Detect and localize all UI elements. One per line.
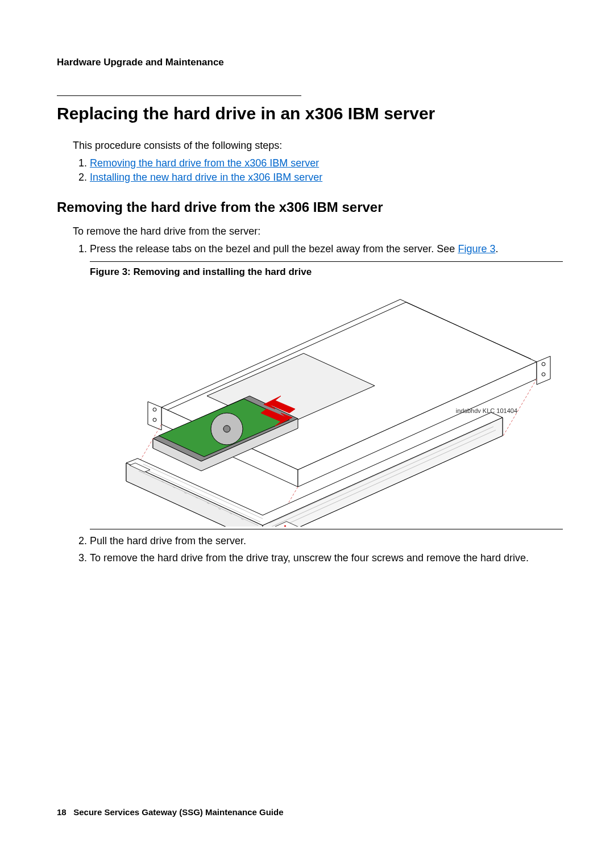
link-installing-hard-drive[interactable]: Installing the new hard drive in the x30… [90, 172, 322, 183]
procedure-steps-list: Removing the hard drive from the x306 IB… [90, 157, 563, 183]
svg-marker-26 [126, 463, 263, 527]
step1-suffix: . [495, 243, 498, 254]
figure-bottom-rule [90, 529, 563, 529]
svg-marker-8 [537, 356, 550, 385]
procedure-step-2: Pull the hard drive from the server. [90, 534, 563, 548]
intro-text: This procedure consists of the following… [73, 140, 563, 152]
svg-marker-5 [148, 402, 161, 430]
section-lead: To remove the hard drive from the server… [73, 226, 563, 237]
figure-top-rule [90, 261, 563, 262]
svg-point-9 [542, 362, 545, 366]
page-footer: 18 Secure Services Gateway (SSG) Mainten… [57, 807, 284, 817]
svg-point-7 [153, 418, 156, 422]
step1-text: Press the release tabs on the bezel and … [90, 243, 458, 254]
step-link-item: Installing the new hard drive in the x30… [90, 172, 563, 183]
figure-image: indsbhdv KLC 101404 [90, 282, 563, 527]
server-diagram [90, 282, 563, 527]
section-heading: Removing the hard drive from the x306 IB… [57, 199, 563, 215]
svg-point-15 [223, 425, 230, 432]
figure-caption: Figure 3: Removing and installing the ha… [90, 266, 563, 278]
running-header: Hardware Upgrade and Maintenance [57, 57, 563, 68]
procedure-step-1: Press the release tabs on the bezel and … [90, 242, 563, 256]
step-link-item: Removing the hard drive from the x306 IB… [90, 157, 563, 169]
remove-procedure-list: Press the release tabs on the bezel and … [90, 242, 563, 256]
svg-point-10 [542, 373, 545, 376]
page-number: 18 [57, 807, 67, 817]
link-figure-3[interactable]: Figure 3 [458, 243, 495, 254]
svg-line-28 [139, 471, 258, 525]
figure-block: Figure 3: Removing and installing the ha… [90, 261, 563, 529]
page-title: Replacing the hard drive in an x306 IBM … [57, 104, 563, 124]
remove-procedure-list-cont: Pull the hard drive from the server. To … [90, 534, 563, 565]
figure-credit: indsbhdv KLC 101404 [456, 407, 517, 414]
page-container: Hardware Upgrade and Maintenance Replaci… [0, 0, 614, 868]
procedure-step-3: To remove the hard drive from the drive … [90, 551, 563, 565]
title-rule [57, 95, 301, 96]
svg-rect-43 [284, 525, 286, 527]
svg-point-6 [153, 408, 156, 411]
link-removing-hard-drive[interactable]: Removing the hard drive from the x306 IB… [90, 157, 319, 169]
footer-doc-title: Secure Services Gateway (SSG) Maintenanc… [73, 807, 283, 817]
